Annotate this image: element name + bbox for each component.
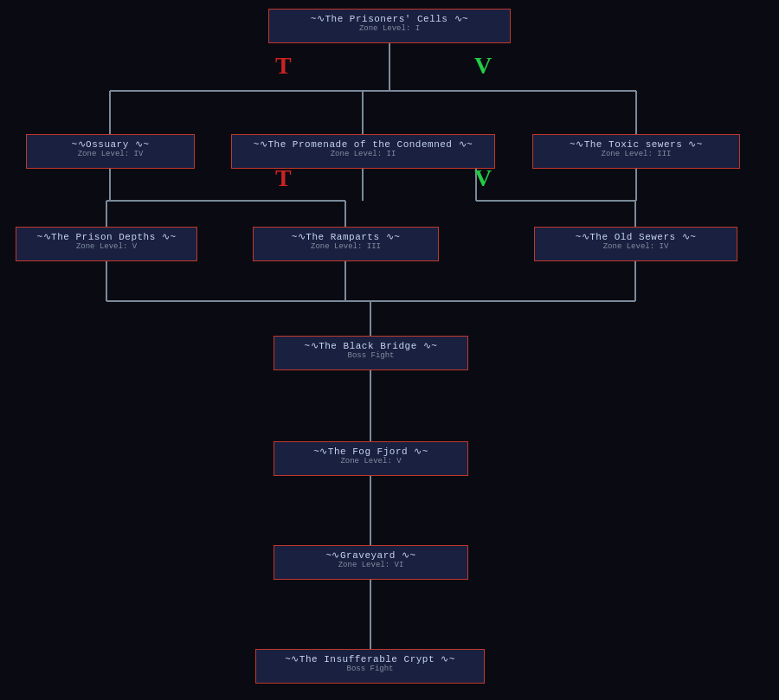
graveyard-level: Zone Level: VI (281, 561, 460, 569)
graveyard-box: ~∿Graveyard ∿~ Zone Level: VI (274, 545, 468, 580)
toxic-sewers-name: ~∿The Toxic sewers ∿~ (540, 138, 732, 150)
old-sewers-level: Zone Level: IV (542, 242, 730, 251)
letter-t-2: T (275, 164, 292, 192)
promenade-box: ~∿The Promenade of the Condemned ∿~ Zone… (231, 134, 495, 169)
letter-v-2: V (474, 164, 492, 192)
old-sewers-name: ~∿The Old Sewers ∿~ (542, 231, 730, 242)
ramparts-name: ~∿The Ramparts ∿~ (261, 231, 431, 242)
ossuary-level: Zone Level: IV (34, 150, 187, 158)
black-bridge-box: ~∿The Black Bridge ∿~ Boss Fight (274, 336, 468, 370)
promenade-name: ~∿The Promenade of the Condemned ∿~ (239, 138, 487, 150)
ossuary-box: ~∿Ossuary ∿~ Zone Level: IV (26, 134, 195, 169)
letter-t-1: T (275, 52, 292, 80)
black-bridge-level: Boss Fight (281, 351, 460, 360)
insufferable-crypt-box: ~∿The Insufferable Crypt ∿~ Boss Fight (255, 649, 485, 684)
toxic-sewers-box: ~∿The Toxic sewers ∿~ Zone Level: III (532, 134, 740, 169)
ossuary-name: ~∿Ossuary ∿~ (34, 138, 187, 150)
prisoners-cells-box: ~∿The Prisoners' Cells ∿~ Zone Level: I (268, 9, 511, 43)
ramparts-level: Zone Level: III (261, 242, 431, 251)
insufferable-crypt-name: ~∿The Insufferable Crypt ∿~ (263, 653, 477, 665)
toxic-sewers-level: Zone Level: III (540, 150, 732, 158)
prison-depths-name: ~∿The Prison Depths ∿~ (23, 231, 190, 242)
fog-fjord-level: Zone Level: V (281, 457, 460, 466)
letter-v-1: V (474, 52, 492, 80)
ramparts-box: ~∿The Ramparts ∿~ Zone Level: III (253, 227, 439, 261)
prisoners-cells-name: ~∿The Prisoners' Cells ∿~ (276, 13, 503, 24)
old-sewers-box: ~∿The Old Sewers ∿~ Zone Level: IV (534, 227, 737, 261)
fog-fjord-name: ~∿The Fog Fjord ∿~ (281, 446, 460, 457)
prison-depths-level: Zone Level: V (23, 242, 190, 251)
prisoners-cells-level: Zone Level: I (276, 24, 503, 33)
promenade-level: Zone Level: II (239, 150, 487, 158)
graveyard-name: ~∿Graveyard ∿~ (281, 549, 460, 561)
insufferable-crypt-level: Boss Fight (263, 665, 477, 673)
fog-fjord-box: ~∿The Fog Fjord ∿~ Zone Level: V (274, 441, 468, 476)
black-bridge-name: ~∿The Black Bridge ∿~ (281, 340, 460, 351)
prison-depths-box: ~∿The Prison Depths ∿~ Zone Level: V (16, 227, 197, 261)
